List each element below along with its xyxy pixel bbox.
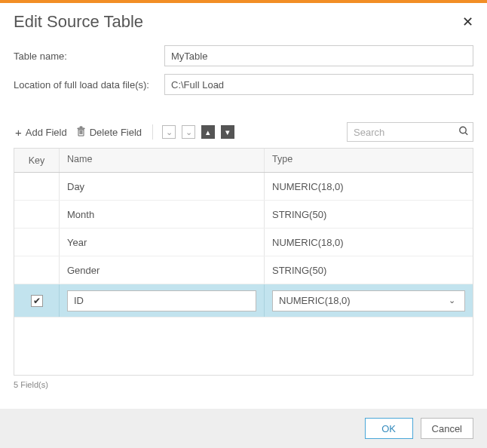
table-row[interactable]: MonthSTRING(50) <box>14 201 473 229</box>
field-count-label: 5 Field(s) <box>0 376 487 397</box>
toolbar: + Add Field Delete Field ⌄ ⌄ ▴ ▾ <box>0 115 487 148</box>
cell-type[interactable]: NUMERIC(18,0) <box>265 173 473 200</box>
form-area: Table name: Location of full load data f… <box>0 45 487 115</box>
toolbar-separator <box>152 124 153 140</box>
table-row[interactable]: YearNUMERIC(18,0) <box>14 229 473 256</box>
label-location: Location of full load data file(s): <box>14 79 164 91</box>
ok-button[interactable]: OK <box>365 418 413 439</box>
label-table-name: Table name: <box>14 51 164 62</box>
dialog-footer: OK Cancel <box>0 409 487 448</box>
input-location[interactable] <box>164 74 473 95</box>
key-checkbox[interactable]: ✔ <box>31 295 43 307</box>
chevron-down-icon: ⌄ <box>449 296 458 305</box>
col-header-type[interactable]: Type <box>265 149 473 172</box>
input-table-name[interactable] <box>164 45 473 66</box>
name-input[interactable] <box>67 290 256 311</box>
cell-type[interactable]: NUMERIC(18,0) <box>265 229 473 256</box>
row-table-name: Table name: <box>14 45 473 66</box>
fields-table: Key Name Type DayNUMERIC(18,0)MonthSTRIN… <box>14 148 473 376</box>
cell-key[interactable] <box>14 229 60 256</box>
type-select-value: NUMERIC(18,0) <box>279 295 351 306</box>
cell-name[interactable]: Year <box>60 229 265 256</box>
row-location: Location of full load data file(s): <box>14 74 473 95</box>
table-row[interactable]: ✔NUMERIC(18,0)⌄ <box>14 284 473 318</box>
col-header-name[interactable]: Name <box>60 149 265 172</box>
expand-icon[interactable]: ⌄ <box>162 125 176 139</box>
add-field-button[interactable]: + Add Field <box>14 124 69 140</box>
cell-key[interactable] <box>14 201 60 228</box>
type-select[interactable]: NUMERIC(18,0)⌄ <box>272 290 465 311</box>
cell-type[interactable]: STRING(50) <box>265 256 473 284</box>
move-down-icon[interactable]: ▾ <box>221 125 234 139</box>
table-row[interactable]: GenderSTRING(50) <box>14 256 473 284</box>
trash-icon <box>76 126 86 139</box>
cell-key[interactable]: ✔ <box>14 284 60 317</box>
table-row[interactable]: DayNUMERIC(18,0) <box>14 173 473 201</box>
cell-name[interactable] <box>60 284 265 317</box>
cell-type[interactable]: NUMERIC(18,0)⌄ <box>265 284 473 317</box>
add-field-label: Add Field <box>26 127 67 138</box>
cell-name[interactable]: Gender <box>60 256 265 284</box>
close-icon[interactable]: ✕ <box>462 14 473 30</box>
cell-name[interactable]: Day <box>60 173 265 200</box>
table-body: DayNUMERIC(18,0)MonthSTRING(50)YearNUMER… <box>14 173 473 375</box>
collapse-icon[interactable]: ⌄ <box>182 125 195 139</box>
cell-name[interactable]: Month <box>60 201 265 228</box>
dialog-header: Edit Source Table ✕ <box>0 3 487 45</box>
table-header: Key Name Type <box>14 149 473 173</box>
col-header-key[interactable]: Key <box>14 149 60 172</box>
move-up-icon[interactable]: ▴ <box>201 125 215 139</box>
cell-key[interactable] <box>14 256 60 284</box>
dialog-title: Edit Source Table <box>14 12 143 32</box>
search-wrap <box>347 122 473 142</box>
cell-key[interactable] <box>14 173 60 200</box>
delete-field-label: Delete Field <box>90 127 142 138</box>
search-input[interactable] <box>347 122 473 142</box>
delete-field-button[interactable]: Delete Field <box>75 124 143 140</box>
plus-icon: + <box>15 126 22 139</box>
cancel-button[interactable]: Cancel <box>421 418 473 439</box>
cell-type[interactable]: STRING(50) <box>265 201 473 228</box>
